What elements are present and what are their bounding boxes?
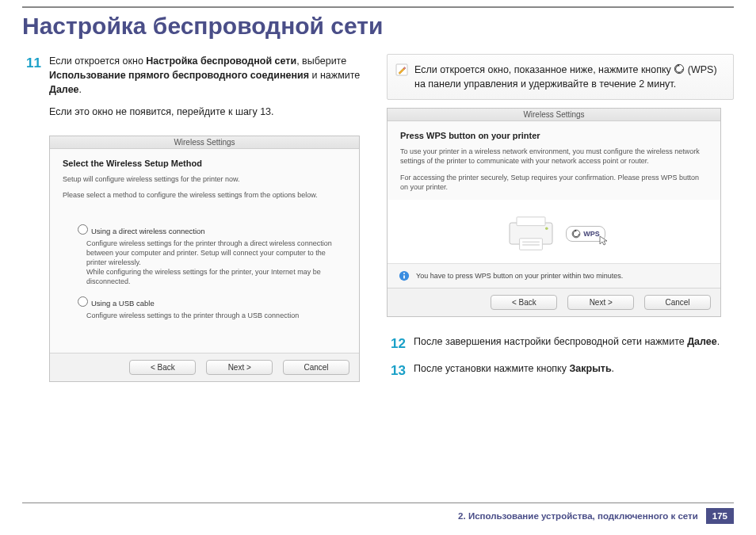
radio-usb-cable[interactable] (78, 296, 88, 307)
pencil-icon (395, 63, 408, 76)
radio-direct-wireless[interactable] (78, 224, 88, 235)
svg-rect-6 (522, 244, 540, 246)
step-12-body: После завершения настройки беспроводной … (414, 334, 734, 354)
info-icon (399, 270, 410, 281)
next-button[interactable]: Next > (567, 295, 634, 310)
option-direct-wireless[interactable]: Using a direct wireless connection (74, 222, 346, 235)
svg-point-11 (403, 273, 405, 274)
dialog-heading: Press WPS button on your printer (400, 131, 708, 140)
step-11-body: Если откроется окно Настройка беспроводн… (49, 54, 369, 128)
svg-rect-10 (403, 275, 405, 278)
dialog-titlebar: Wireless Settings (50, 136, 359, 149)
wireless-setup-method-dialog: Wireless Settings Select the Wireless Se… (49, 136, 360, 382)
footer-chapter: 2. Использование устройства, подключенно… (458, 511, 698, 521)
back-button[interactable]: < Back (129, 360, 196, 375)
printer-icon (502, 214, 559, 254)
cancel-button[interactable]: Cancel (283, 360, 349, 375)
next-button[interactable]: Next > (206, 360, 273, 375)
wps-warning-text: You have to press WPS button on your pri… (416, 272, 623, 280)
svg-rect-5 (522, 241, 540, 243)
step-13-body: После установки нажмите кнопку Закрыть. (414, 361, 734, 381)
footer-page-number: 175 (706, 508, 734, 524)
svg-rect-3 (517, 217, 545, 226)
svg-rect-4 (520, 239, 543, 250)
step-11-number: 11 (22, 54, 41, 128)
wps-button[interactable]: WPS (566, 226, 605, 242)
wps-note: Если откроется окно, показанное ниже, на… (387, 54, 734, 100)
back-button[interactable]: < Back (491, 295, 557, 310)
wps-icon (674, 63, 685, 75)
page-title: Настройка беспроводной сети (22, 13, 734, 40)
step-12-number: 12 (387, 334, 406, 354)
svg-point-7 (545, 227, 548, 230)
dialog-heading: Select the Wireless Setup Method (63, 159, 346, 168)
cancel-button[interactable]: Cancel (644, 295, 711, 310)
press-wps-dialog: Wireless Settings Press WPS button on yo… (387, 108, 721, 317)
cursor-icon (597, 235, 609, 247)
dialog-titlebar: Wireless Settings (388, 109, 720, 121)
wps-icon (571, 229, 581, 239)
step-13-number: 13 (387, 361, 406, 381)
option-usb-cable[interactable]: Using a USB cable (74, 294, 346, 308)
